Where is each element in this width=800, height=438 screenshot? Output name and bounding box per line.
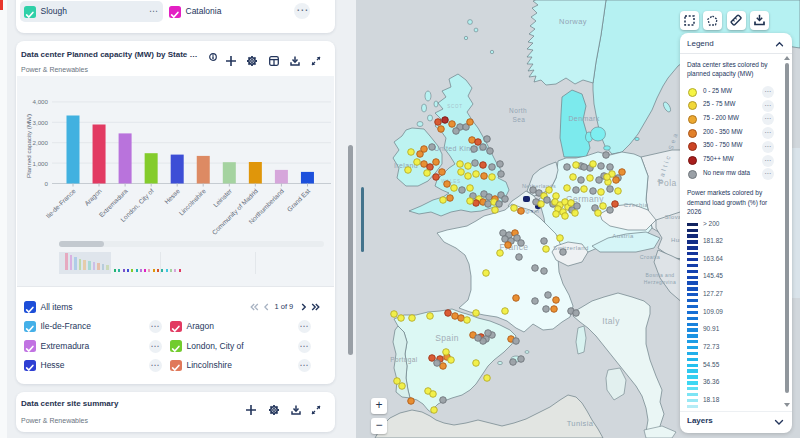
svg-text:SCOT: SCOT <box>447 104 463 109</box>
svg-text:Tunisia: Tunisia <box>567 419 594 428</box>
svg-text:Austria: Austria <box>612 233 634 239</box>
svg-text:Norway: Norway <box>559 17 587 26</box>
svg-text:1,000: 1,000 <box>33 160 49 167</box>
svg-text:Community of Madrid: Community of Madrid <box>210 187 260 237</box>
svg-text:Switzerland: Switzerland <box>553 245 588 251</box>
svg-text:Denmark: Denmark <box>568 115 599 122</box>
svg-text:Herzegovina: Herzegovina <box>644 279 676 285</box>
svg-text:Portugal: Portugal <box>390 356 418 364</box>
svg-text:Ile-de-France: Ile-de-France <box>44 187 77 220</box>
svg-text:Aragon: Aragon <box>83 187 104 208</box>
svg-text:Sea: Sea <box>513 116 526 123</box>
svg-text:North: North <box>509 107 527 114</box>
svg-text:Planned capacity (MW): Planned capacity (MW) <box>25 114 32 178</box>
svg-text:Czechia: Czechia <box>624 202 649 208</box>
svg-text:Hesse: Hesse <box>163 187 181 205</box>
svg-text:0: 0 <box>45 180 49 187</box>
svg-text:Croatia: Croatia <box>640 254 661 260</box>
svg-text:Italy: Italy <box>602 316 620 326</box>
svg-text:Lincolnshire: Lincolnshire <box>177 187 207 217</box>
svg-text:4,000: 4,000 <box>33 98 49 105</box>
svg-text:Bosnia and: Bosnia and <box>645 272 674 278</box>
svg-text:Grand Est: Grand Est <box>286 187 312 213</box>
svg-text:Spain: Spain <box>435 333 459 343</box>
svg-text:3,000: 3,000 <box>33 119 49 126</box>
svg-text:Pola: Pola <box>658 178 677 188</box>
svg-text:Leinster: Leinster <box>212 187 234 209</box>
svg-text:2,000: 2,000 <box>33 139 49 146</box>
